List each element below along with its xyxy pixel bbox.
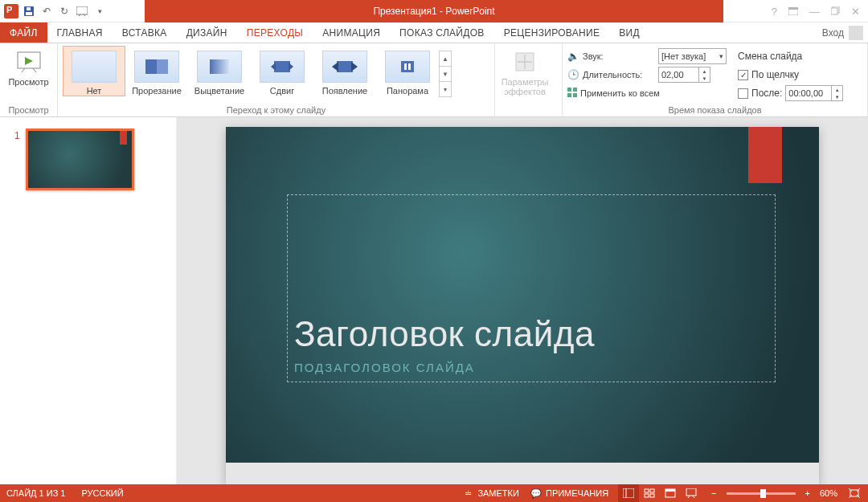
slide-accent-shape	[748, 127, 782, 183]
zoom-in-button[interactable]: +	[805, 488, 810, 498]
signin-link[interactable]: Вход	[822, 27, 844, 39]
svg-rect-1	[26, 12, 32, 15]
restore-icon[interactable]	[831, 6, 840, 18]
customize-qat-icon[interactable]: ▾	[92, 3, 108, 19]
title-placeholder[interactable]: Заголовок слайда ПОДЗАГОЛОВОК СЛАЙДА	[287, 194, 776, 382]
sound-label: Звук:	[583, 51, 655, 61]
view-switcher	[618, 484, 702, 502]
gallery-more-icon[interactable]: ▾	[440, 82, 451, 96]
svg-marker-22	[351, 62, 358, 71]
minimize-icon[interactable]: —	[809, 6, 820, 18]
status-language[interactable]: РУССКИЙ	[81, 488, 123, 498]
gallery-item-wipe[interactable]: Появление	[313, 46, 376, 96]
tab-insert[interactable]: ВСТАВКА	[113, 22, 177, 43]
notes-button[interactable]: ≐ ЗАМЕТКИ	[461, 488, 519, 499]
ribbon-tabs: ФАЙЛ ГЛАВНАЯ ВСТАВКА ДИЗАЙН ПЕРЕХОДЫ АНИ…	[0, 22, 868, 43]
status-bar: СЛАЙД 1 ИЗ 1 РУССКИЙ ≐ ЗАМЕТКИ 💬 ПРИМЕЧА…	[0, 484, 868, 502]
sound-combo[interactable]: [Нет звука]	[658, 48, 727, 64]
sound-icon: 🔈	[567, 51, 579, 62]
svg-marker-21	[332, 62, 338, 71]
thumbnail-number: 1	[14, 129, 26, 190]
slide-subtitle-text[interactable]: ПОДЗАГОЛОВОК СЛАЙДА	[294, 361, 768, 374]
zoom-level[interactable]: 60%	[820, 488, 837, 498]
ribbon-display-icon[interactable]	[788, 6, 798, 18]
view-reading-icon[interactable]	[660, 484, 681, 502]
svg-rect-32	[573, 93, 577, 97]
svg-rect-23	[401, 61, 414, 72]
redo-icon[interactable]: ↻	[56, 3, 72, 19]
after-checkbox[interactable]	[738, 88, 748, 99]
svg-rect-33	[623, 488, 634, 498]
status-slide-info[interactable]: СЛАЙД 1 ИЗ 1	[6, 488, 65, 498]
svg-rect-29	[567, 88, 571, 92]
undo-icon[interactable]: ↶	[39, 3, 55, 19]
tab-view[interactable]: ВИД	[609, 22, 649, 43]
svg-line-13	[33, 68, 36, 72]
svg-rect-15	[157, 59, 168, 74]
thumbnail-panel: 1	[0, 117, 177, 484]
view-slideshow-icon[interactable]	[681, 484, 702, 502]
slide-title-text[interactable]: Заголовок слайда	[294, 314, 768, 354]
effect-options-button: Параметры эффектов	[500, 46, 550, 96]
gallery-item-fade[interactable]: Выцветание	[188, 46, 251, 96]
tab-slideshow[interactable]: ПОКАЗ СЛАЙДОВ	[390, 22, 494, 43]
workspace: 1 Заголовок слайда ПОДЗАГОЛОВОК СЛАЙДА	[0, 117, 868, 484]
gallery-down-icon[interactable]: ▼	[440, 67, 451, 82]
svg-rect-16	[210, 59, 229, 74]
svg-rect-7	[788, 7, 798, 10]
onclick-checkbox[interactable]: ✓	[738, 70, 748, 80]
svg-rect-3	[76, 6, 88, 14]
gallery-up-icon[interactable]: ▲	[440, 51, 451, 67]
advance-slide-header: Смена слайда	[738, 51, 802, 62]
tab-transitions[interactable]: ПЕРЕХОДЫ	[237, 22, 313, 43]
close-icon[interactable]: ✕	[851, 6, 860, 18]
powerpoint-icon	[3, 3, 19, 19]
svg-rect-35	[645, 489, 649, 492]
slide-thumbnail[interactable]	[26, 129, 134, 190]
svg-rect-30	[573, 88, 577, 92]
svg-marker-19	[289, 63, 293, 71]
svg-rect-9	[831, 8, 837, 14]
svg-line-12	[22, 68, 25, 72]
fit-to-window-icon[interactable]	[847, 488, 862, 499]
tab-animation[interactable]: АНИМАЦИЯ	[313, 22, 390, 43]
group-label-transition: Переход к этому слайду	[63, 104, 489, 116]
gallery-item-split[interactable]: Панорама	[376, 46, 439, 96]
duration-spin[interactable]: 02,00▲▼	[658, 67, 710, 83]
avatar-icon[interactable]	[849, 26, 863, 40]
svg-rect-40	[665, 489, 675, 492]
help-icon[interactable]: ?	[772, 6, 777, 18]
notes-icon: ≐	[461, 488, 475, 499]
save-icon[interactable]	[21, 3, 37, 19]
after-spin[interactable]: 00:00,00▲▼	[785, 85, 843, 101]
comments-icon: 💬	[529, 488, 543, 499]
gallery-item-cut[interactable]: Прорезание	[125, 46, 188, 96]
svg-rect-17	[274, 61, 290, 72]
zoom-out-button[interactable]: −	[711, 488, 716, 498]
svg-rect-37	[645, 494, 649, 497]
window-controls: ? — ✕	[764, 0, 868, 22]
slide-canvas-area: Заголовок слайда ПОДЗАГОЛОВОК СЛАЙДА	[177, 117, 868, 484]
tab-file[interactable]: ФАЙЛ	[0, 22, 47, 43]
duration-icon: 🕒	[567, 69, 579, 80]
svg-rect-24	[404, 63, 407, 70]
svg-rect-36	[650, 489, 654, 492]
apply-all-button[interactable]: Применить ко всем	[580, 88, 660, 98]
tab-home[interactable]: ГЛАВНАЯ	[47, 22, 113, 43]
view-normal-icon[interactable]	[618, 484, 639, 502]
gallery-item-none[interactable]: Нет	[63, 46, 125, 96]
tab-design[interactable]: ДИЗАЙН	[177, 22, 237, 43]
svg-rect-2	[27, 7, 31, 10]
preview-icon	[16, 49, 42, 75]
tab-review[interactable]: РЕЦЕНЗИРОВАНИЕ	[494, 22, 610, 43]
gallery-item-push[interactable]: Сдвиг	[251, 46, 313, 96]
slide[interactable]: Заголовок слайда ПОДЗАГОЛОВОК СЛАЙДА	[226, 127, 819, 463]
zoom-slider[interactable]	[727, 492, 796, 495]
ribbon: Просмотр Просмотр Нет Прорезание Выцвета…	[0, 43, 868, 117]
view-sorter-icon[interactable]	[639, 484, 660, 502]
preview-button[interactable]: Просмотр	[5, 46, 52, 87]
comments-button[interactable]: 💬 ПРИМЕЧАНИЯ	[529, 488, 608, 499]
group-label-timing: Время показа слайдов	[567, 104, 862, 116]
start-slideshow-icon[interactable]	[74, 3, 90, 19]
title-bar: ↶ ↻ ▾ Презентация1 - PowerPoint ? — ✕	[0, 0, 868, 22]
